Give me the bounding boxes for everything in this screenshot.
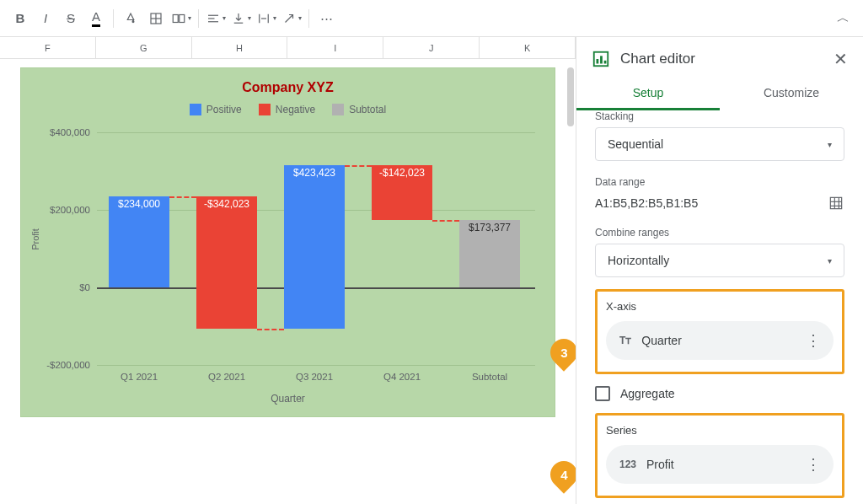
series-heading: Series <box>606 424 834 437</box>
bar-q2: -$342,023 <box>196 196 257 329</box>
series-field[interactable]: 123 Profit ⋮ <box>606 445 834 484</box>
tab-setup[interactable]: Setup <box>576 78 720 110</box>
chart-editor-panel: Chart editor ✕ Setup Customize Stacking … <box>576 37 863 504</box>
spreadsheet-area: F G H I J K Company XYZ Positive Negativ… <box>0 37 576 504</box>
svg-rect-15 <box>830 197 841 208</box>
grid-select-icon[interactable] <box>828 195 844 212</box>
italic-button[interactable]: I <box>34 7 57 30</box>
v-align-button[interactable] <box>229 7 253 30</box>
fill-color-button[interactable] <box>119 7 142 30</box>
x-axis-heading: X-axis <box>606 300 834 313</box>
combine-ranges-select[interactable]: Horizontally <box>595 244 844 277</box>
close-icon[interactable]: ✕ <box>834 49 848 69</box>
more-button[interactable]: ⋯ <box>314 7 338 30</box>
vertical-scrollbar[interactable] <box>567 67 574 126</box>
embedded-chart[interactable]: Company XYZ Positive Negative Subtotal P… <box>20 67 555 417</box>
col-head[interactable]: I <box>287 37 383 58</box>
borders-button[interactable] <box>144 7 168 30</box>
rotate-button[interactable] <box>280 7 303 30</box>
bar-q3: $423,423 <box>284 165 345 329</box>
x-axis-section: X-axis Tᴛ Quarter ⋮ <box>595 289 844 374</box>
h-align-button[interactable] <box>204 7 228 30</box>
svg-rect-14 <box>604 61 607 64</box>
number-type-icon: 123 <box>619 458 636 470</box>
stacking-label: Stacking <box>595 110 844 122</box>
column-headers: F G H I J K <box>0 37 576 59</box>
y-axis-label: Profit <box>30 228 40 250</box>
col-head[interactable]: G <box>96 37 192 58</box>
svg-rect-3 <box>173 14 178 22</box>
combine-ranges-label: Combine ranges <box>595 227 844 239</box>
more-options-icon[interactable]: ⋮ <box>806 331 820 350</box>
bar-q4: -$142,023 <box>372 165 432 220</box>
bold-button[interactable]: B <box>8 7 32 30</box>
chart-legend: Positive Negative Subtotal <box>21 104 555 115</box>
svg-rect-12 <box>597 59 599 64</box>
panel-title: Chart editor <box>620 51 823 67</box>
more-options-icon[interactable]: ⋮ <box>806 455 820 474</box>
stacking-select[interactable]: Sequential <box>595 127 844 161</box>
svg-rect-4 <box>180 14 185 22</box>
callout-4: 4 <box>544 455 576 493</box>
collapse-toolbar-button[interactable]: ︿ <box>831 7 855 30</box>
toolbar: B I S A ⋯ ︿ <box>0 0 863 37</box>
data-range-input[interactable]: A1:B5,B2:B5,B1:B5 <box>595 196 819 210</box>
checkbox-icon <box>595 386 610 401</box>
x-axis-field[interactable]: Tᴛ Quarter ⋮ <box>606 321 834 360</box>
col-head[interactable]: K <box>480 37 576 58</box>
col-head[interactable]: H <box>192 37 288 58</box>
col-head[interactable]: F <box>0 37 96 58</box>
series-section: Series 123 Profit ⋮ <box>595 413 844 498</box>
svg-rect-13 <box>600 56 603 63</box>
x-axis-label: Quarter <box>21 393 555 405</box>
aggregate-checkbox[interactable]: Aggregate <box>595 386 844 401</box>
chart-title: Company XYZ <box>21 80 555 95</box>
bar-subtotal: $173,377 <box>459 220 520 287</box>
data-range-label: Data range <box>595 176 844 188</box>
text-type-icon: Tᴛ <box>619 335 631 346</box>
panel-tabs: Setup Customize <box>576 78 863 110</box>
text-color-button[interactable]: A <box>84 7 108 30</box>
merge-cells-button[interactable] <box>169 7 193 30</box>
tab-customize[interactable]: Customize <box>720 78 863 110</box>
bar-q1: $234,000 <box>109 196 169 287</box>
col-head[interactable]: J <box>383 37 480 58</box>
chart-icon <box>592 50 610 68</box>
strikethrough-button[interactable]: S <box>59 7 83 30</box>
wrap-button[interactable] <box>255 7 278 30</box>
plot-area: $400,000 $200,000 $0 -$200,000 $234,000 … <box>97 132 535 365</box>
